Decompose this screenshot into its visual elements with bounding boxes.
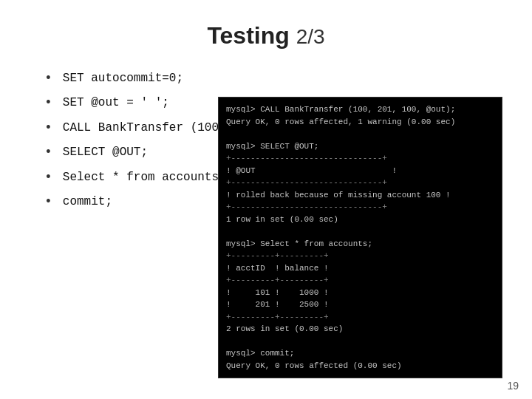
bullet-icon: •: [44, 194, 52, 211]
list-item: • SET autocommit=0;: [44, 70, 495, 87]
terminal-output: mysql> CALL BankTransfer (100, 201, 100,…: [218, 97, 502, 378]
terminal-line: [226, 335, 494, 348]
terminal-line: +---------+---------+: [226, 311, 494, 324]
terminal-line: +-------------------------------+: [226, 177, 494, 189]
terminal-line: [226, 225, 494, 238]
terminal-line: [226, 128, 494, 140]
terminal-line: ! @OUT !: [226, 165, 494, 177]
bullet-icon: •: [44, 120, 52, 137]
terminal-line: +---------+---------+: [226, 250, 494, 262]
terminal-line: ! acctID ! balance !: [226, 262, 494, 275]
title-main: Testing: [207, 22, 289, 49]
bullet-icon: •: [44, 70, 52, 87]
terminal-line: mysql> CALL BankTransfer (100, 201, 100,…: [226, 103, 494, 116]
terminal-line: ! 101 ! 1000 !: [226, 287, 494, 299]
bullet-icon: •: [44, 144, 52, 161]
terminal-line: +---------+---------+: [226, 274, 494, 287]
page-number: 19: [507, 380, 519, 392]
title-sub: 2/3: [296, 25, 325, 48]
terminal-line: 1 row in set (0.00 sec): [226, 214, 494, 226]
slide-page: Testing 2/3 • SET autocommit=0; • SET @o…: [0, 0, 532, 399]
terminal-line: mysql> commit;: [226, 347, 494, 360]
terminal-line: Query OK, 0 rows affected (0.00 sec): [226, 360, 494, 372]
terminal-line: 2 rows in set (0.00 sec): [226, 323, 494, 335]
terminal-line: ! rolled back because of missing account…: [226, 189, 494, 202]
bullet-icon: •: [44, 169, 52, 186]
terminal-line: ! 201 ! 2500 !: [226, 299, 494, 311]
terminal-line: mysql> SELECT @OUT;: [226, 140, 494, 153]
slide-title: Testing 2/3: [37, 22, 495, 50]
terminal-line: +-------------------------------+: [226, 152, 494, 165]
bullet-icon: •: [44, 95, 52, 112]
terminal-line: Query OK, 0 rows affected, 1 warning (0.…: [226, 116, 494, 129]
terminal-line: +-------------------------------+: [226, 201, 494, 214]
terminal-line: mysql> Select * from accounts;: [226, 238, 494, 250]
